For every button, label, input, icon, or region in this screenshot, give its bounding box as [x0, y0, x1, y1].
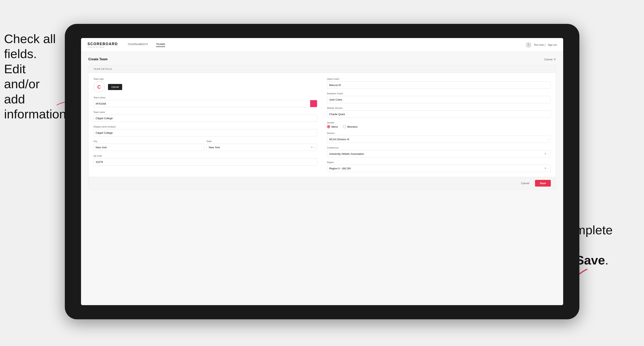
- team-name-group: Team name: [94, 111, 317, 122]
- signout-link[interactable]: Sign out: [548, 43, 557, 46]
- tablet-screen: SCOREBOARD Powered by clippd TOURNAMENTS…: [81, 38, 563, 305]
- region-clear-icon[interactable]: ✕: [544, 167, 546, 170]
- user-avatar: T: [526, 42, 531, 48]
- head-coach-input[interactable]: [327, 81, 551, 89]
- city-group: City: [94, 140, 204, 151]
- city-input[interactable]: [94, 144, 204, 151]
- athletic-director-label: Athletic Director: [327, 107, 551, 109]
- conference-select-actions: ✕ ⌄: [544, 152, 549, 155]
- tablet-frame: SCOREBOARD Powered by clippd TOURNAMENTS…: [65, 24, 580, 319]
- asst-coach-input[interactable]: [327, 96, 551, 103]
- form-left: Team logo C Upload Team colour: [94, 78, 317, 172]
- zipcode-group: Zip code: [94, 155, 317, 166]
- asst-coach-group: Assistant Coach: [327, 92, 551, 103]
- annotation-right-line2end: .: [605, 253, 608, 267]
- state-label: State: [207, 140, 318, 143]
- city-label: City: [94, 140, 204, 143]
- colour-swatch[interactable]: [310, 100, 317, 107]
- gender-womens-label: Womens: [347, 125, 358, 128]
- conference-select-wrapper: University Athletic Association ✕ ⌄: [327, 150, 551, 158]
- team-colour-input[interactable]: [94, 100, 310, 107]
- nav-teams[interactable]: TEAMS: [156, 43, 165, 47]
- head-coach-group: Head Coach: [327, 78, 551, 89]
- display-name-label: Display name (unique): [94, 126, 317, 128]
- team-colour-group: Team colour: [94, 96, 317, 107]
- conference-arrows-icon[interactable]: ⌄: [548, 153, 549, 155]
- region-select-actions: ✕ ⌄: [544, 167, 549, 170]
- region-group: Region Region II - (M) DIII ✕ ⌄: [327, 161, 551, 172]
- user-name: Test User |: [534, 43, 545, 46]
- region-select-display[interactable]: Region II - (M) DIII: [327, 165, 551, 172]
- region-arrows-icon[interactable]: ⌄: [548, 167, 549, 170]
- division-label: Division: [327, 132, 551, 134]
- main-content: Create Team Cancel ✕ TEAM DETAILS Team l…: [81, 52, 563, 305]
- team-colour-label: Team colour: [94, 96, 317, 99]
- form-footer: Cancel Save: [88, 177, 556, 189]
- nav-tournaments[interactable]: TOURNAMENTS: [128, 43, 148, 47]
- state-group: State New York ✕ ⌄: [207, 140, 318, 151]
- division-group: Division NCAA Division III ⌄: [327, 132, 551, 143]
- annotation-left: Check all fields. Edit and/or add inform…: [4, 31, 61, 122]
- display-name-group: Display name (unique): [94, 126, 317, 136]
- form-right: Head Coach Assistant Coach Athletic Dire…: [327, 78, 551, 172]
- nav-links: TOURNAMENTS TEAMS: [128, 43, 526, 47]
- athletic-director-group: Athletic Director: [327, 107, 551, 118]
- city-state-group: City State New York ✕ ⌄: [94, 140, 317, 151]
- annotation-line2: Edit and/or add: [4, 62, 40, 106]
- cancel-top-button[interactable]: Cancel ✕: [544, 58, 556, 61]
- user-area: T Test User | Sign out: [526, 42, 557, 48]
- logo-area: SCOREBOARD Powered by clippd: [88, 42, 118, 48]
- cancel-button[interactable]: Cancel: [518, 180, 532, 186]
- division-select[interactable]: NCAA Division III: [327, 136, 551, 143]
- annotation-line1: Check all fields.: [4, 32, 56, 61]
- gender-row: Mens Womens: [327, 125, 551, 128]
- colour-row: [94, 100, 317, 107]
- gender-mens-label: Mens: [332, 125, 338, 128]
- team-name-label: Team name: [94, 111, 317, 113]
- division-select-wrapper: NCAA Division III ⌄: [327, 136, 551, 143]
- conference-clear-icon[interactable]: ✕: [544, 152, 546, 155]
- state-arrows-icon[interactable]: ⌄: [314, 146, 316, 149]
- zipcode-label: Zip code: [94, 155, 317, 157]
- conference-label: Conference: [327, 147, 551, 149]
- display-name-input[interactable]: [94, 129, 317, 136]
- athletic-director-input[interactable]: [327, 111, 551, 118]
- conference-select-display[interactable]: University Athletic Association: [327, 150, 551, 158]
- team-logo-label: Team logo: [94, 78, 317, 80]
- section-header: TEAM DETAILS: [88, 65, 556, 73]
- page-title: Create Team: [88, 57, 108, 61]
- head-coach-label: Head Coach: [327, 78, 551, 80]
- form-body: Team logo C Upload Team colour: [88, 73, 556, 177]
- gender-label: Gender: [327, 121, 551, 124]
- zipcode-input[interactable]: [94, 158, 317, 166]
- form-container: TEAM DETAILS Team logo C Upload: [88, 65, 556, 189]
- logo-sub: Powered by clippd: [88, 46, 118, 48]
- logo-upload-area: C Upload: [94, 81, 317, 93]
- upload-button[interactable]: Upload: [108, 84, 122, 90]
- region-label: Region: [327, 161, 551, 164]
- state-select-display[interactable]: New York: [207, 144, 318, 151]
- state-select-wrapper: New York ✕ ⌄: [207, 144, 318, 151]
- logo-text: SCOREBOARD: [88, 42, 118, 46]
- city-state-row: City State New York ✕ ⌄: [94, 140, 317, 151]
- state-clear-icon[interactable]: ✕: [311, 146, 313, 149]
- cancel-top-label: Cancel: [544, 58, 552, 61]
- gender-womens-option[interactable]: Womens: [343, 125, 358, 128]
- gender-group: Gender Mens Womens: [327, 121, 551, 128]
- team-logo-group: Team logo C Upload: [94, 78, 317, 93]
- page-header: Create Team Cancel ✕: [88, 57, 556, 61]
- asst-coach-label: Assistant Coach: [327, 92, 551, 95]
- gender-womens-radio[interactable]: [343, 125, 346, 128]
- gender-mens-option[interactable]: Mens: [327, 125, 338, 128]
- conference-group: Conference University Athletic Associati…: [327, 147, 551, 158]
- navbar: SCOREBOARD Powered by clippd TOURNAMENTS…: [81, 38, 563, 52]
- logo-circle: C: [94, 81, 105, 93]
- state-select-actions: ✕ ⌄: [311, 146, 316, 149]
- save-button[interactable]: Save: [535, 180, 551, 186]
- team-name-input[interactable]: [94, 115, 317, 122]
- region-select-wrapper: Region II - (M) DIII ✕ ⌄: [327, 165, 551, 172]
- close-icon: ✕: [554, 58, 556, 61]
- gender-mens-radio[interactable]: [327, 125, 330, 128]
